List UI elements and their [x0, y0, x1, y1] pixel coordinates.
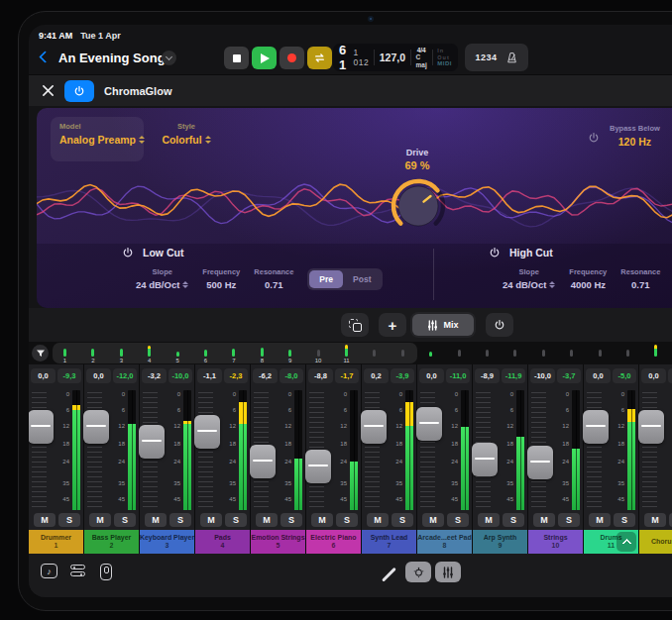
volume-value[interactable]: -1,1: [197, 368, 222, 383]
track-name-bar[interactable]: Strings 10: [528, 530, 583, 554]
mute-button[interactable]: M: [34, 513, 56, 527]
volume-value[interactable]: 0,0: [641, 368, 666, 383]
solo-button[interactable]: S: [392, 513, 413, 527]
song-menu-button[interactable]: [162, 51, 176, 65]
fader-area: 061218243545: [473, 387, 527, 513]
plugins-button[interactable]: [70, 564, 85, 577]
mute-button[interactable]: M: [533, 513, 555, 527]
cycle-button[interactable]: [307, 47, 332, 69]
browser-button[interactable]: ♪: [41, 564, 57, 578]
fader-handle[interactable]: [83, 410, 109, 444]
fader-handle[interactable]: [250, 445, 276, 478]
solo-button[interactable]: S: [114, 513, 136, 527]
volume-value[interactable]: 0,2: [364, 368, 389, 383]
fader-handle[interactable]: [139, 425, 165, 459]
close-icon[interactable]: [42, 84, 55, 97]
volume-value[interactable]: -3,2: [142, 368, 167, 383]
solo-button[interactable]: S: [558, 513, 580, 527]
fader-handle[interactable]: [194, 415, 220, 449]
record-button[interactable]: [280, 47, 304, 69]
count-in-button[interactable]: 1234: [475, 52, 497, 62]
add-track-button[interactable]: +: [379, 313, 406, 337]
solo-button[interactable]: S: [58, 513, 80, 527]
plugin-power-button[interactable]: [64, 80, 94, 102]
mute-button[interactable]: M: [644, 513, 666, 527]
mixer-power-button[interactable]: [486, 313, 513, 337]
volume-value[interactable]: -8,8: [308, 368, 333, 383]
track-name-bar[interactable]: Synth Lead 7: [362, 530, 416, 554]
volume-value[interactable]: 0,0: [31, 368, 56, 383]
channel-navigator[interactable]: 1234567891011: [29, 342, 672, 364]
solo-button[interactable]: S: [225, 513, 247, 527]
smart-controls-button[interactable]: [405, 562, 431, 582]
mute-button[interactable]: M: [478, 513, 500, 527]
track-name-bar[interactable]: Pads 4: [195, 530, 250, 554]
solo-button[interactable]: S: [447, 513, 469, 527]
pencil-icon[interactable]: [381, 566, 396, 581]
track-name-bar[interactable]: Electric Piano 6: [306, 530, 361, 554]
low-cut-slope[interactable]: Slope 24 dB/Oct: [136, 267, 188, 290]
mix-view-button[interactable]: Mix: [412, 314, 474, 336]
low-cut-frequency[interactable]: Frequency 500 Hz: [202, 267, 240, 290]
drive-knob[interactable]: [388, 175, 449, 237]
volume-value[interactable]: -6,2: [253, 368, 278, 383]
solo-button[interactable]: S: [503, 513, 524, 527]
song-title[interactable]: An Evening Song: [58, 51, 166, 65]
volume-value[interactable]: 0,0: [586, 368, 611, 383]
track-name-bar[interactable]: Arp Synth 9: [473, 530, 527, 554]
mute-button[interactable]: M: [200, 513, 222, 527]
volume-value[interactable]: -8,9: [475, 368, 500, 383]
back-icon[interactable]: [39, 51, 52, 63]
style-selector[interactable]: Style Colorful: [152, 122, 221, 146]
stop-button[interactable]: [224, 47, 249, 69]
mixer-button[interactable]: [435, 562, 461, 582]
play-button[interactable]: [252, 47, 277, 69]
solo-button[interactable]: S: [614, 513, 635, 527]
solo-button[interactable]: S: [336, 513, 358, 527]
volume-value[interactable]: 0,0: [419, 368, 444, 383]
solo-button[interactable]: S: [169, 513, 191, 527]
high-cut-slope[interactable]: Slope 24 dB/Oct: [503, 267, 555, 290]
mute-button[interactable]: M: [256, 513, 278, 527]
fader-handle[interactable]: [527, 446, 553, 479]
db-scale-label: 45: [334, 496, 347, 502]
controller-button[interactable]: [100, 564, 112, 580]
mute-button[interactable]: M: [367, 513, 389, 527]
fader-handle[interactable]: [305, 450, 331, 483]
volume-value[interactable]: 0,0: [86, 368, 111, 383]
fader-handle[interactable]: [583, 410, 609, 444]
mute-button[interactable]: M: [589, 513, 611, 527]
low-cut-resonance[interactable]: Resonance 0.71: [254, 267, 293, 290]
power-icon[interactable]: [489, 247, 501, 258]
track-name-bar[interactable]: Drums 11: [584, 530, 638, 554]
mute-button[interactable]: M: [89, 513, 111, 527]
fader-handle[interactable]: [638, 410, 664, 444]
mute-button[interactable]: M: [422, 513, 444, 527]
metronome-icon[interactable]: [505, 52, 518, 64]
expand-button[interactable]: [616, 532, 636, 552]
bypass-below-control[interactable]: Bypass Below 120 Hz: [588, 124, 660, 148]
mute-button[interactable]: M: [311, 513, 333, 527]
fader-handle[interactable]: [472, 443, 498, 476]
track-name-bar[interactable]: Drummer 1: [29, 530, 83, 554]
model-selector[interactable]: Model Analog Preamp: [51, 117, 144, 161]
power-icon[interactable]: [122, 247, 134, 258]
high-cut-resonance[interactable]: Resonance 0.71: [620, 267, 660, 290]
fader-handle[interactable]: [361, 410, 387, 444]
volume-value[interactable]: -10,0: [530, 368, 555, 383]
track-name-bar[interactable]: Emotion Strings 5: [251, 530, 305, 554]
lcd-display[interactable]: 6 1 1 012 127,0 4/4 C maj In Out MIDI: [333, 44, 458, 71]
post-button[interactable]: Post: [343, 270, 381, 288]
mute-button[interactable]: M: [145, 513, 167, 527]
pre-button[interactable]: Pre: [309, 270, 343, 288]
copy-button[interactable]: [341, 313, 369, 337]
track-name-bar[interactable]: Chorus V: [639, 530, 672, 554]
fader-handle[interactable]: [416, 407, 442, 441]
high-cut-frequency[interactable]: Frequency 4000 Hz: [569, 267, 607, 290]
fader-handle[interactable]: [29, 410, 54, 444]
filter-button[interactable]: [32, 345, 49, 362]
track-name-bar[interactable]: Keyboard Player 3: [140, 530, 194, 554]
track-name-bar[interactable]: Arcade...eet Pad 8: [417, 530, 472, 554]
track-name-bar[interactable]: Bass Player 2: [84, 530, 139, 554]
solo-button[interactable]: S: [280, 513, 302, 527]
